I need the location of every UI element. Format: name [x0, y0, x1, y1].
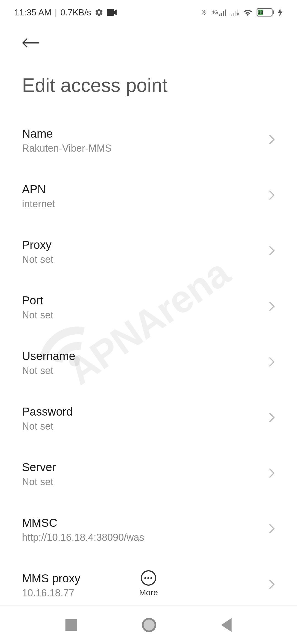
more-icon	[141, 570, 156, 586]
battery-percent: 38	[258, 10, 263, 15]
bluetooth-icon	[200, 8, 208, 17]
setting-label: Password	[22, 405, 263, 418]
chevron-right-icon	[268, 245, 275, 259]
setting-server[interactable]: Server Not set	[22, 446, 275, 502]
setting-value: Rakuten-Viber-MMS	[22, 143, 263, 154]
chevron-right-icon	[268, 412, 275, 425]
setting-proxy[interactable]: Proxy Not set	[22, 224, 275, 280]
chevron-right-icon	[268, 301, 275, 314]
more-button[interactable]: More	[139, 570, 158, 597]
status-bar: 11:35 AM | 0.7KB/s 4G 38	[0, 0, 297, 25]
chevron-right-icon	[268, 523, 275, 537]
page-title: Edit access point	[22, 74, 275, 96]
header: Edit access point	[0, 25, 297, 113]
svg-rect-0	[107, 9, 114, 16]
chevron-right-icon	[268, 468, 275, 481]
more-label: More	[139, 588, 158, 597]
status-separator: |	[55, 7, 57, 18]
setting-value: Not set	[22, 254, 263, 265]
svg-rect-3	[223, 11, 224, 16]
setting-password[interactable]: Password Not set	[22, 391, 275, 446]
setting-value: Not set	[22, 309, 263, 321]
svg-rect-4	[225, 10, 226, 16]
setting-port[interactable]: Port Not set	[22, 280, 275, 335]
setting-label: Port	[22, 294, 263, 307]
status-data-rate: 0.7KB/s	[61, 7, 91, 18]
back-button[interactable]	[22, 36, 40, 52]
setting-label: Proxy	[22, 238, 263, 252]
nav-home-button[interactable]	[142, 618, 156, 632]
setting-apn[interactable]: APN internet	[22, 168, 275, 224]
setting-label: MMSC	[22, 516, 263, 530]
setting-name[interactable]: Name Rakuten-Viber-MMS	[22, 113, 275, 168]
svg-rect-7	[235, 11, 236, 16]
chevron-right-icon	[268, 190, 275, 203]
bottom-actions: More	[0, 562, 297, 605]
camera-icon	[107, 9, 117, 16]
setting-value: Not set	[22, 476, 263, 488]
setting-value: http://10.16.18.4:38090/was	[22, 532, 263, 543]
status-time: 11:35 AM	[14, 7, 51, 18]
chevron-right-icon	[268, 134, 275, 148]
svg-rect-1	[219, 15, 220, 16]
nav-bar	[0, 605, 297, 644]
svg-rect-2	[221, 13, 222, 16]
charging-icon	[278, 8, 283, 17]
setting-label: Server	[22, 461, 263, 474]
setting-value: internet	[22, 198, 263, 210]
setting-value: Not set	[22, 421, 263, 432]
status-right: 4G 38	[200, 8, 283, 17]
setting-label: APN	[22, 183, 263, 196]
battery-icon: 38	[257, 8, 274, 17]
svg-rect-6	[233, 13, 234, 16]
settings-list: Name Rakuten-Viber-MMS APN internet Prox…	[0, 113, 297, 608]
svg-rect-5	[231, 15, 232, 16]
status-left: 11:35 AM | 0.7KB/s	[14, 7, 117, 18]
setting-value: Not set	[22, 365, 263, 376]
setting-mmsc[interactable]: MMSC http://10.16.18.4:38090/was	[22, 502, 275, 558]
signal-4g-icon: 4G	[211, 9, 227, 16]
nav-recent-button[interactable]	[65, 619, 77, 631]
signal-nosim-icon	[231, 9, 239, 16]
setting-label: Username	[22, 350, 263, 363]
wifi-icon	[243, 8, 253, 17]
setting-label: Name	[22, 127, 263, 140]
nav-back-button[interactable]	[221, 618, 232, 632]
settings-icon	[95, 8, 103, 17]
setting-username[interactable]: Username Not set	[22, 335, 275, 391]
chevron-right-icon	[268, 356, 275, 370]
